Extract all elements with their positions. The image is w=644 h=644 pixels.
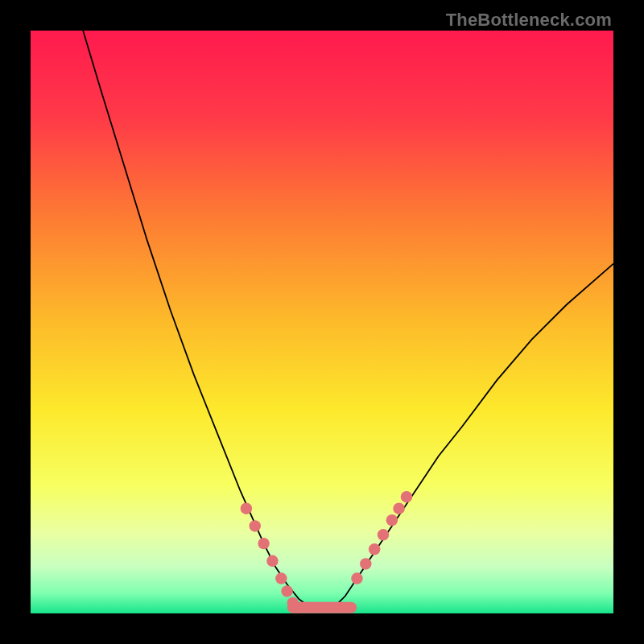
dot-dots-left-0: [241, 502, 252, 514]
series-curve-right: [333, 264, 613, 608]
dot-dots-left-4: [275, 572, 287, 584]
dot-dots-right-0: [351, 572, 362, 584]
series-curve-left: [83, 31, 310, 608]
dot-dots-left-1: [250, 520, 261, 531]
watermark-text: TheBottleneck.com: [446, 10, 612, 31]
dot-dots-right-3: [378, 529, 389, 540]
dot-dots-right-1: [360, 558, 371, 569]
dot-dots-left-6: [287, 597, 299, 609]
chart-curves: [31, 31, 613, 613]
dot-dots-right-2: [369, 543, 380, 555]
chart-frame: TheBottleneck.com: [0, 0, 644, 644]
dot-dots-right-4: [386, 514, 398, 526]
dot-dots-right-6: [401, 491, 412, 502]
dot-dots-left-3: [266, 555, 278, 567]
dot-dots-left-5: [281, 585, 292, 597]
dot-dots-left-2: [258, 538, 269, 549]
dot-dots-right-5: [393, 502, 404, 514]
plot-area: [31, 31, 613, 613]
